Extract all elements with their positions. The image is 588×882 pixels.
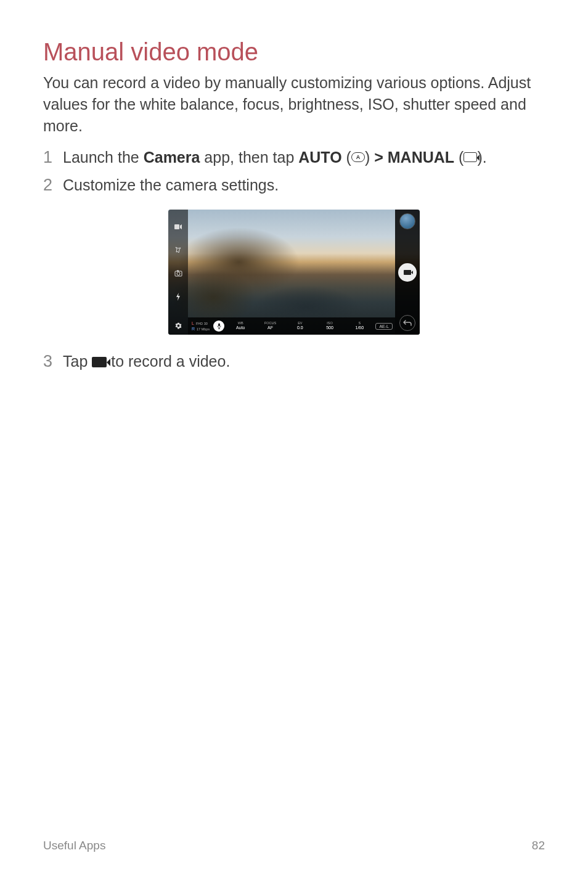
text: Tap bbox=[63, 353, 92, 370]
auto-a-icon: A bbox=[351, 152, 365, 162]
gt-symbol: > bbox=[374, 149, 383, 166]
text: ( bbox=[342, 149, 351, 166]
res-mbps: 17 Mbps bbox=[197, 328, 210, 332]
step-number: 1 bbox=[43, 147, 63, 168]
steps-list-continued: 3 Tap to record a video. bbox=[43, 351, 545, 372]
res-fhd: FHD 30 bbox=[196, 322, 208, 326]
step-3: 3 Tap to record a video. bbox=[43, 351, 545, 372]
page-title: Manual video mode bbox=[43, 38, 545, 66]
gallery-thumbnail[interactable] bbox=[399, 213, 415, 229]
shutter-param[interactable]: S 1/60 bbox=[346, 322, 373, 331]
settings-icon[interactable] bbox=[168, 316, 188, 335]
ae-lock-button[interactable]: AE-L bbox=[375, 323, 393, 330]
text: ( bbox=[454, 149, 463, 166]
footer-page-number: 82 bbox=[532, 839, 545, 852]
step-number: 3 bbox=[43, 351, 63, 372]
focus-param[interactable]: FOCUS AF bbox=[256, 322, 284, 331]
text: to record a video. bbox=[107, 353, 230, 370]
viewfinder-preview bbox=[168, 210, 420, 335]
step-number: 2 bbox=[43, 174, 63, 196]
text: Launch the bbox=[63, 149, 144, 166]
camera-switch-icon[interactable] bbox=[174, 270, 182, 279]
text: ) bbox=[365, 149, 374, 166]
camera-params-bar: L FHD 30 R 17 Mbps WB Auto FOCUS AF EV bbox=[188, 317, 395, 335]
camera-app-screenshot: L FHD 30 R 17 Mbps WB Auto FOCUS AF EV bbox=[168, 210, 420, 335]
screenshot-container: L FHD 30 R 17 Mbps WB Auto FOCUS AF EV bbox=[43, 210, 545, 335]
flash-icon[interactable] bbox=[175, 293, 181, 303]
video-mode-icon[interactable] bbox=[174, 223, 182, 232]
auto-label: AUTO bbox=[298, 149, 341, 166]
wb-param[interactable]: WB Auto bbox=[227, 322, 254, 331]
res-r: R bbox=[192, 326, 195, 332]
footer-section: Useful Apps bbox=[43, 839, 105, 852]
page-footer: Useful Apps 82 bbox=[43, 839, 545, 852]
step-2-text: Customize the camera settings. bbox=[63, 174, 279, 196]
step-2: 2 Customize the camera settings. bbox=[43, 174, 545, 196]
back-button[interactable] bbox=[399, 315, 415, 331]
text bbox=[383, 149, 388, 166]
record-video-icon bbox=[92, 357, 107, 367]
video-camera-icon bbox=[404, 270, 411, 275]
svg-rect-4 bbox=[218, 324, 220, 327]
res-l: L bbox=[192, 321, 194, 326]
text: app, then tap bbox=[200, 149, 298, 166]
ev-value: 0.0 bbox=[297, 325, 303, 330]
svg-rect-3 bbox=[177, 270, 179, 271]
step-3-text: Tap to record a video. bbox=[63, 351, 230, 372]
manual-video-icon bbox=[463, 152, 477, 162]
shutter-value: 1/60 bbox=[355, 325, 364, 330]
iso-value: 500 bbox=[326, 325, 333, 330]
focus-value: AF bbox=[267, 325, 273, 330]
right-toolbar bbox=[395, 210, 420, 335]
mic-icon[interactable] bbox=[213, 321, 224, 332]
manual-label: MANUAL bbox=[388, 149, 454, 166]
iso-param[interactable]: ISO 500 bbox=[316, 322, 343, 331]
filter-icon[interactable] bbox=[174, 246, 182, 255]
intro-paragraph: You can record a video by manually custo… bbox=[43, 72, 545, 137]
ev-param[interactable]: EV 0.0 bbox=[287, 322, 314, 331]
wb-value: Auto bbox=[236, 325, 245, 330]
steps-list: 1 Launch the Camera app, then tap AUTO (… bbox=[43, 147, 545, 196]
camera-app-label: Camera bbox=[144, 149, 200, 166]
step-1: 1 Launch the Camera app, then tap AUTO (… bbox=[43, 147, 545, 168]
record-button[interactable] bbox=[398, 263, 417, 282]
svg-point-2 bbox=[177, 272, 180, 275]
svg-rect-0 bbox=[174, 224, 179, 229]
resolution-info[interactable]: L FHD 30 R 17 Mbps bbox=[190, 321, 211, 332]
step-1-text: Launch the Camera app, then tap AUTO (A)… bbox=[63, 147, 487, 168]
